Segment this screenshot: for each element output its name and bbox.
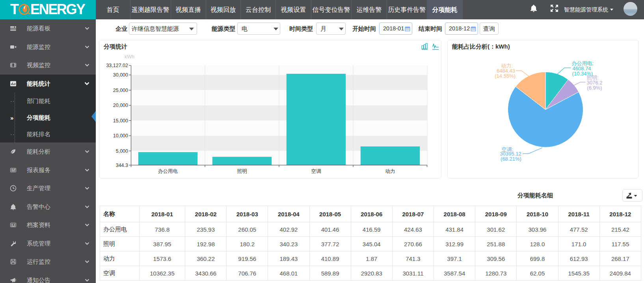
svg-text:25,000: 25,000 bbox=[113, 88, 128, 93]
svg-text:办公用电: 办公用电 bbox=[158, 169, 178, 174]
svg-text:30,000: 30,000 bbox=[113, 72, 128, 78]
svg-text:(68.21%): (68.21%) bbox=[501, 156, 521, 162]
svg-text:(6.9%): (6.9%) bbox=[587, 85, 602, 91]
svg-text:20,000: 20,000 bbox=[113, 103, 128, 108]
svg-text:15,000: 15,000 bbox=[113, 118, 128, 124]
svg-text:10,000: 10,000 bbox=[113, 133, 128, 139]
svg-text:空调: 空调 bbox=[311, 169, 321, 174]
svg-text:动力: 动力 bbox=[385, 169, 395, 174]
svg-text:照明: 照明 bbox=[237, 169, 247, 174]
svg-text:5,000: 5,000 bbox=[116, 148, 128, 154]
svg-text:(14.55%): (14.55%) bbox=[495, 73, 516, 79]
svg-text:344.3: 344.3 bbox=[116, 163, 128, 168]
svg-text:33,127.02: 33,127.02 bbox=[106, 63, 128, 68]
svg-text:kWh: kWh bbox=[125, 54, 134, 60]
